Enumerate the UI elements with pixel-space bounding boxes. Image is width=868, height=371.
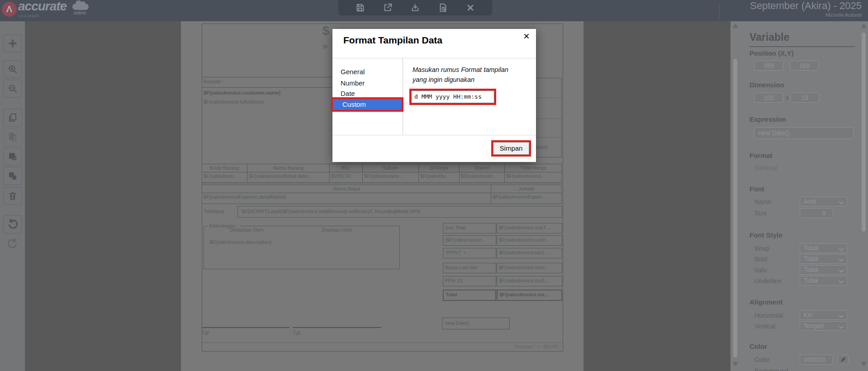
color-value-input[interactable]: 000000: [800, 355, 833, 365]
simpan-button[interactable]: Simpan: [493, 142, 529, 155]
page-scrollbar-thumb[interactable]: [862, 33, 866, 232]
color-picker-button[interactable]: [838, 355, 849, 364]
terbilang-value[interactable]: $V{SCRIPT}.sayIt($F{salesInvoice.totalAm…: [242, 209, 420, 214]
sign-left-label[interactable]: Disiapkan Oleh: [224, 227, 269, 233]
item-col-header[interactable]: @Harga: [419, 164, 460, 172]
item-cell[interactable]: $F{salesInvoice...: [363, 172, 419, 182]
terbilang-box[interactable]: $V{SCRIPT}.sayIt($F{salesInvoice.totalAm…: [237, 206, 562, 218]
item-cell[interactable]: $F{salesInvoiceDetail.deta...: [247, 172, 330, 182]
expense-col-header[interactable]: Nama Biaya: [202, 185, 491, 193]
redo-button[interactable]: [3, 235, 22, 253]
position-x-input[interactable]: 356: [754, 61, 783, 71]
save-button[interactable]: [354, 2, 366, 14]
summary-label-total[interactable]: Total: [443, 290, 496, 301]
bold-select[interactable]: Tidak: [800, 254, 847, 264]
item-col-header[interactable]: Kts.: [330, 164, 363, 172]
add-element-button[interactable]: [3, 34, 22, 52]
close-designer-button[interactable]: [465, 2, 476, 14]
dimension-height-input[interactable]: 15: [790, 93, 819, 103]
position-y-input[interactable]: 169: [790, 61, 819, 71]
item-cell[interactable]: $V{SCRI...: [330, 172, 363, 182]
page-footer-expression[interactable]: "Halaman " + ~t$V{PA...: [427, 344, 561, 349]
zoom-in-button[interactable]: [3, 60, 22, 78]
copy-button[interactable]: [3, 109, 22, 127]
date-variable-box[interactable]: new Date(): [442, 318, 510, 329]
summary-value[interactable]: $F{salesInvoice.total...: [497, 263, 562, 273]
underline-select[interactable]: Tidak: [800, 276, 847, 285]
summary-value[interactable]: $F{salesInvoice.subT...: [497, 223, 562, 233]
tgl-right-label[interactable]: Tgl.: [293, 330, 301, 335]
italic-select[interactable]: Tidak: [800, 265, 847, 275]
item-col-header[interactable]: Satuan: [363, 164, 419, 172]
summary-value[interactable]: $F{salesInvoice.cash...: [497, 235, 562, 246]
vertical-align-select[interactable]: Tengah: [800, 321, 847, 331]
summary-value[interactable]: $F{salesInvoice.tax3...: [497, 276, 562, 286]
undo-icon: [7, 219, 19, 230]
expense-table[interactable]: Nama Biaya Jumlah $F{salesInvoiceExpense…: [202, 185, 562, 204]
date-variable-value[interactable]: new Date(): [445, 320, 470, 326]
info-field-fragment[interactable]: ame}: [536, 144, 547, 150]
tab-custom[interactable]: Custom: [333, 99, 402, 110]
font-name-select[interactable]: Arial: [800, 197, 847, 206]
expense-cell[interactable]: $F{salesInvoiceExpense.detailName}: [202, 193, 491, 204]
item-col-header[interactable]: Nama Barang: [247, 164, 330, 172]
undo-button[interactable]: [3, 215, 22, 233]
app-header: Λ accurate online v 1.0.1#3115: [0, 0, 868, 21]
expense-col-header[interactable]: Jumlah: [491, 185, 561, 193]
item-cell[interactable]: $F{salesInv...: [419, 172, 460, 182]
summary-label[interactable]: "PPN (" +: [443, 248, 496, 258]
summary-value-total[interactable]: $F{salesInvoice.tot...: [497, 290, 562, 301]
export-button[interactable]: [382, 2, 394, 14]
summary-label[interactable]: ($F{salesInvoice...: [443, 235, 496, 246]
format-pattern-input[interactable]: d MMM yyyy HH:mm:ss: [411, 90, 494, 103]
wrap-select[interactable]: Tidak: [800, 243, 847, 253]
invoice-subtitle-fragment[interactable]: $F: [323, 44, 329, 49]
tab-general[interactable]: General: [341, 68, 365, 76]
dimension-width-input[interactable]: 100: [754, 93, 783, 103]
item-cell[interactable]: $F{salesInvoic...: [460, 172, 505, 182]
address-field[interactable]: $F{salesInvoice.toAddress}: [204, 99, 264, 105]
item-cell[interactable]: $F{salesInvoi...: [202, 172, 247, 182]
expense-cell[interactable]: $F{salesInvoiceExpen...: [491, 193, 561, 204]
chevron-down-icon: [839, 267, 844, 272]
item-col-header[interactable]: Diskon: [460, 164, 505, 172]
page-scroll-up-arrow[interactable]: [861, 24, 867, 28]
send-to-back-button[interactable]: [3, 167, 22, 185]
item-col-header[interactable]: Total Harga: [505, 164, 561, 172]
customer-field[interactable]: $F{salesInvoice.customer.name}: [204, 90, 281, 95]
export-icon: [383, 3, 393, 13]
sign-right-label[interactable]: Disetujui Oleh: [314, 227, 360, 233]
invoice-title-fragment[interactable]: $: [323, 24, 329, 38]
item-cell[interactable]: $F{salesInvoice...: [505, 172, 561, 182]
panel-scrollbar-thumb[interactable]: [733, 59, 737, 357]
panel-scroll-down-arrow[interactable]: [732, 362, 739, 366]
item-table[interactable]: Kode Barang Nama Barang Kts. Satuan @Har…: [202, 164, 562, 183]
dialog-close-button[interactable]: [523, 33, 531, 40]
download-button[interactable]: [409, 2, 421, 14]
summary-value[interactable]: $F{salesInvoice.tax1...: [497, 248, 562, 258]
tgl-left-label[interactable]: Tgl: [202, 330, 209, 335]
expression-input[interactable]: new Date(): [754, 127, 854, 139]
horizontal-align-select[interactable]: Kiri: [800, 310, 847, 320]
font-size-input[interactable]: 9: [800, 208, 833, 218]
panel-scroll-up-arrow[interactable]: [732, 24, 739, 28]
page-scroll-down-arrow[interactable]: [861, 362, 867, 366]
description-field[interactable]: $F{salesInvoice.description}: [209, 239, 405, 245]
preview-button[interactable]: [437, 2, 449, 14]
kepada-label[interactable]: Kepada :: [204, 79, 223, 84]
format-value[interactable]: General: [754, 164, 777, 171]
bold-value: Tidak: [803, 255, 819, 262]
terbilang-label[interactable]: Terbilang :: [204, 209, 227, 214]
summary-label[interactable]: PPH 23: [443, 276, 496, 286]
delete-button[interactable]: [3, 187, 22, 205]
tab-number[interactable]: Number: [341, 79, 365, 87]
summary-label[interactable]: Sub Total: [443, 223, 496, 233]
tab-date[interactable]: Date: [341, 90, 355, 97]
vertical-label: Vertical: [754, 323, 775, 330]
item-col-header[interactable]: Kode Barang: [202, 164, 247, 172]
zoom-out-button[interactable]: [3, 80, 22, 98]
paste-button[interactable]: [3, 128, 22, 146]
summary-label[interactable]: Biaya Lain-lain: [443, 263, 496, 273]
font-name-label: Name: [754, 198, 771, 205]
bring-to-front-button[interactable]: [3, 147, 22, 166]
